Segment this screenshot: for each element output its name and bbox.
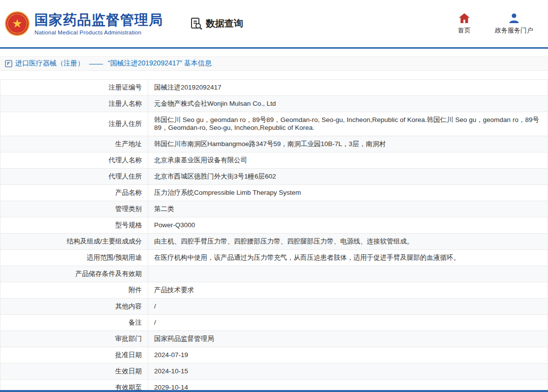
table-row: 型号规格Power-Q3000 bbox=[0, 217, 548, 234]
row-value: 在医疗机构中使用，该产品通过为压力带充气，从而压迫患者肢体，适用于促进手臂及腿部… bbox=[148, 250, 548, 266]
table-row: 适用范围/预期用途在医疗机构中使用，该产品通过为压力带充气，从而压迫患者肢体，适… bbox=[0, 250, 548, 266]
national-emblem-icon: ★ bbox=[5, 11, 30, 36]
data-query-link[interactable]: 数据查询 bbox=[190, 17, 243, 30]
site-logo[interactable]: ★ 国家药品监督管理局 National Medical Products Ad… bbox=[5, 11, 163, 36]
row-label: 生效日期 bbox=[0, 363, 148, 380]
home-icon bbox=[458, 13, 470, 24]
row-label: 结构及组成/主要组成成分 bbox=[0, 234, 148, 250]
row-label: 备注 bbox=[0, 315, 148, 331]
table-row: 注册证编号国械注进20192092417 bbox=[0, 80, 548, 96]
table-row: 代理人名称北京承康基业医用设备有限公司 bbox=[0, 152, 548, 169]
row-label: 产品名称 bbox=[0, 185, 148, 201]
table-row: 注册人名称元金物产株式会社Wonjin Mulsan Co., Ltd bbox=[0, 96, 548, 112]
row-label: 批准日期 bbox=[0, 347, 148, 363]
registration-info-table: 注册证编号国械注进20192092417注册人名称元金物产株式会社Wonjin … bbox=[0, 79, 548, 392]
row-value: / bbox=[148, 315, 548, 331]
footer-divider bbox=[0, 390, 548, 392]
row-value: 由主机、四腔手臂压力带、四腔腰部压力带、四腔腿部压力带、电源线、连接软管组成。 bbox=[148, 234, 548, 250]
row-value: 第二类 bbox=[148, 201, 548, 217]
row-value: 压力治疗系统Compressible Limb Therapy System bbox=[148, 185, 548, 201]
row-value: 北京承康基业医用设备有限公司 bbox=[148, 152, 548, 169]
table-row: 生效日期2024-10-15 bbox=[0, 363, 548, 380]
row-value: / bbox=[148, 299, 548, 315]
row-label: 产品储存条件及有效期 bbox=[0, 266, 148, 282]
row-label: 注册人名称 bbox=[0, 96, 148, 112]
site-subtitle: National Medical Products Administration bbox=[34, 30, 163, 35]
row-label: 附件 bbox=[0, 282, 148, 299]
site-header: ★ 国家药品监督管理局 National Medical Products Ad… bbox=[0, 0, 548, 47]
home-label: 首页 bbox=[458, 26, 471, 35]
home-link[interactable]: 首页 bbox=[454, 13, 474, 35]
row-value: 国械注进20192092417 bbox=[148, 80, 548, 96]
row-value: Power-Q3000 bbox=[148, 217, 548, 234]
table-row: 审批部门国家药品监督管理局 bbox=[0, 331, 548, 347]
site-title: 国家药品监督管理局 bbox=[34, 12, 163, 29]
row-value: 韩国仁川 Seo gu，geomdan ro，89号89，Geomdan-ro,… bbox=[148, 112, 548, 136]
table-row: 产品储存条件及有效期 bbox=[0, 266, 548, 282]
table-row: 生产地址韩国仁川市南洞区Hambangmoe路347号59，南洞工业园10B-7… bbox=[0, 136, 548, 152]
person-icon bbox=[509, 13, 519, 24]
table-row: 批准日期2024-07-19 bbox=[0, 347, 548, 363]
data-query-label: 数据查询 bbox=[206, 17, 243, 30]
row-value bbox=[148, 266, 548, 282]
info-table-body: 注册证编号国械注进20192092417注册人名称元金物产株式会社Wonjin … bbox=[0, 80, 548, 392]
row-value: 2024-10-15 bbox=[148, 363, 548, 380]
table-row: 代理人住所北京市西城区德胜门外大街3号1幢6层602 bbox=[0, 169, 548, 185]
portal-link[interactable]: 政务服务门户 bbox=[495, 13, 533, 35]
table-row: 其他内容/ bbox=[0, 299, 548, 315]
row-label: 型号规格 bbox=[0, 217, 148, 234]
row-value: 国家药品监督管理局 bbox=[148, 331, 548, 347]
row-label: 注册人住所 bbox=[0, 112, 148, 136]
row-label: 管理类别 bbox=[0, 201, 148, 217]
row-label: 其他内容 bbox=[0, 299, 148, 315]
row-label: 审批部门 bbox=[0, 331, 148, 347]
row-value: 北京市西城区德胜门外大街3号1幢6层602 bbox=[148, 169, 548, 185]
breadcrumb: 进口医疗器械（注册） —— “国械注进20192092417” 基本信息 bbox=[0, 56, 548, 71]
row-value: 元金物产株式会社Wonjin Mulsan Co., Ltd bbox=[148, 96, 548, 112]
row-label: 注册证编号 bbox=[0, 80, 148, 96]
table-row: 管理类别第二类 bbox=[0, 201, 548, 217]
breadcrumb-current: “国械注进20192092417” 基本信息 bbox=[108, 59, 212, 68]
row-value: 产品技术要求 bbox=[148, 282, 548, 299]
row-label: 代理人名称 bbox=[0, 152, 148, 169]
table-row: 结构及组成/主要组成成分由主机、四腔手臂压力带、四腔腰部压力带、四腔腿部压力带、… bbox=[0, 234, 548, 250]
portal-label: 政务服务门户 bbox=[495, 26, 533, 35]
data-query-icon bbox=[190, 17, 203, 30]
section-back-icon bbox=[5, 60, 12, 67]
table-row: 注册人住所韩国仁川 Seo gu，geomdan ro，89号89，Geomda… bbox=[0, 112, 548, 136]
table-row: 产品名称压力治疗系统Compressible Limb Therapy Syst… bbox=[0, 185, 548, 201]
row-value: 2024-07-19 bbox=[148, 347, 548, 363]
breadcrumb-section-link[interactable]: 进口医疗器械（注册） bbox=[15, 59, 84, 68]
breadcrumb-separator: —— bbox=[89, 60, 103, 67]
row-value: 韩国仁川市南洞区Hambangmoe路347号59，南洞工业园10B-7L，3层… bbox=[148, 136, 548, 152]
header-divider bbox=[0, 47, 548, 49]
row-label: 适用范围/预期用途 bbox=[0, 250, 148, 266]
row-label: 代理人住所 bbox=[0, 169, 148, 185]
table-row: 备注/ bbox=[0, 315, 548, 331]
table-row: 附件产品技术要求 bbox=[0, 282, 548, 299]
row-label: 生产地址 bbox=[0, 136, 148, 152]
